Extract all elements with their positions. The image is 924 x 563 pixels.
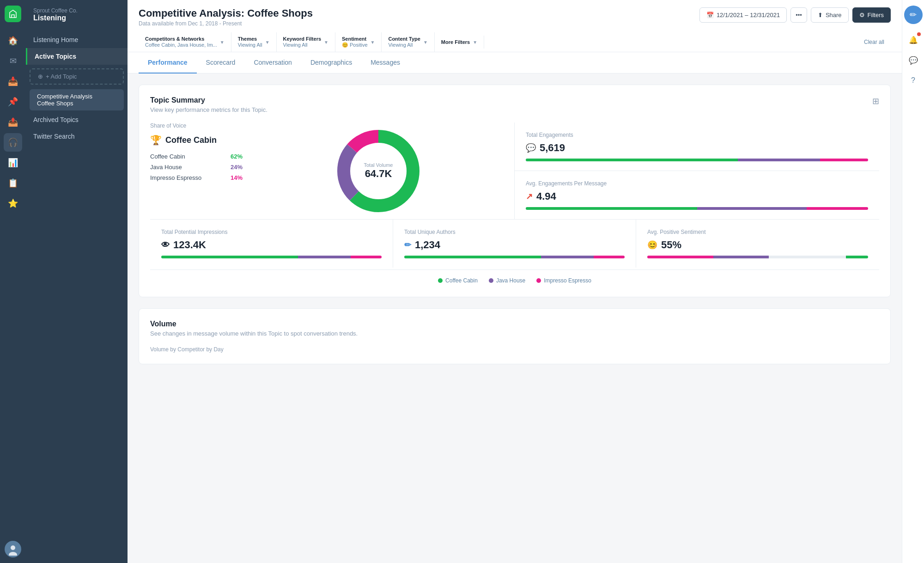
date-range-button[interactable]: 📅 12/1/2021 – 12/31/2021 — [699, 7, 787, 23]
pencil-icon: ✏ — [404, 240, 411, 250]
notifications-icon[interactable]: 🔔 — [905, 31, 922, 48]
stat-sentiment: Avg. Positive Sentiment 😊 55% — [636, 220, 879, 268]
chat-icon: 💬 — [526, 143, 536, 153]
volume-card: Volume See changes in message volume wit… — [139, 308, 891, 364]
tab-bar: Performance Scorecard Conversation Demog… — [128, 52, 902, 73]
app-name: Listening — [33, 14, 120, 22]
trophy-icon: 🏆 — [150, 135, 162, 146]
sidebar-item-twitter-search[interactable]: Twitter Search — [26, 128, 128, 145]
reviews-icon[interactable]: ⭐ — [4, 194, 22, 213]
page-subtitle: Data available from Dec 1, 2018 - Presen… — [139, 20, 313, 27]
topic-summary-card: Topic Summary View key performance metri… — [139, 85, 891, 297]
share-icon: ⬆ — [818, 12, 823, 18]
volume-by-label: Volume by Competitor by Day — [150, 346, 879, 353]
eye-icon: 👁 — [161, 240, 170, 250]
filter-keywords[interactable]: Keyword Filters Viewing All ▼ — [277, 32, 335, 52]
impressions-bar — [161, 256, 382, 258]
add-topic-button[interactable]: ⊕ + Add Topic — [30, 68, 124, 85]
sidebar-item-archived-topics[interactable]: Archived Topics — [26, 111, 128, 128]
chevron-down-icon: ▼ — [423, 40, 428, 45]
sidebar-topic-competitive-analysis[interactable]: Competitive AnalysisCoffee Shops — [30, 89, 124, 110]
volume-title: Volume — [150, 320, 879, 328]
legend-coffee-cabin: Coffee Cabin — [438, 277, 478, 284]
pin-icon[interactable]: 📌 — [4, 92, 22, 111]
filter-icon: ⚙ — [859, 12, 865, 18]
filter-competitors[interactable]: Competitors & Networks Coffee Cabin, Jav… — [139, 32, 231, 52]
filter-themes[interactable]: Themes Viewing All ▼ — [231, 32, 277, 52]
tab-messages[interactable]: Messages — [361, 52, 409, 73]
chart-legend: Coffee Cabin Java House Impresso Espress… — [150, 269, 879, 286]
notification-badge — [917, 32, 921, 36]
tab-demographics[interactable]: Demographics — [301, 52, 361, 73]
page-title: Competitive Analysis: Coffee Shops — [139, 7, 313, 19]
legend-java-house: Java House — [489, 277, 525, 284]
filters-button[interactable]: ⚙ Filters — [852, 7, 891, 23]
summary-left-panel: Share of Voice 🏆 Coffee Cabin Coffee Cab… — [150, 122, 515, 219]
filter-content-type[interactable]: Content Type Viewing All ▼ — [382, 32, 434, 52]
help-icon[interactable]: ? — [905, 72, 922, 89]
more-options-button[interactable]: ••• — [790, 7, 807, 23]
legend-impresso: Impresso Espresso — [536, 277, 591, 284]
metric-avg-engagements: Avg. Engagements Per Message ↗ 4.94 — [515, 171, 879, 219]
send-icon[interactable]: 📤 — [4, 113, 22, 131]
grid-view-icon[interactable]: ⊞ — [872, 96, 879, 106]
listening-icon[interactable]: 🎧 — [4, 133, 22, 152]
right-rail: ✏ 🔔 💬 ? — [902, 0, 924, 563]
avg-engagements-progress-bar — [526, 207, 868, 210]
tasks-icon[interactable]: 📋 — [4, 174, 22, 192]
sidebar-item-listening-home[interactable]: Listening Home — [26, 31, 128, 48]
card-title: Topic Summary — [150, 96, 267, 104]
content-area: Topic Summary View key performance metri… — [128, 73, 902, 563]
filter-more[interactable]: More Filters ▼ — [435, 36, 484, 49]
share-button[interactable]: ⬆ Share — [811, 7, 849, 23]
arrow-up-icon: ↗ — [526, 191, 533, 202]
ellipsis-icon: ••• — [796, 12, 802, 18]
icon-rail: 🏠 ✉ 📥 📌 📤 🎧 📊 📋 ⭐ — [0, 0, 26, 563]
feedback-icon[interactable]: 💬 — [905, 52, 922, 68]
tab-scorecard[interactable]: Scorecard — [197, 52, 245, 73]
plus-icon: ⊕ — [38, 73, 43, 80]
smile-icon: 😊 — [647, 240, 657, 250]
company-name: Sprout Coffee Co. — [33, 7, 120, 14]
chevron-down-icon: ▼ — [324, 40, 328, 45]
sidebar-item-active-topics[interactable]: Active Topics — [26, 48, 128, 65]
share-of-voice-label: Share of Voice — [150, 122, 243, 129]
summary-right-panel: Total Engagements 💬 5,619 Avg. Engagemen — [515, 122, 879, 219]
stat-impressions: Total Potential Impressions 👁 123.4K — [150, 220, 393, 268]
donut-chart-container: Total Volume 64.7K — [254, 122, 503, 219]
svg-point-1 — [11, 545, 15, 550]
tab-performance[interactable]: Performance — [139, 52, 197, 73]
app-logo — [5, 6, 21, 22]
competitor-row-impresso: Impresso Espresso 14% — [150, 174, 243, 181]
create-button[interactable]: ✏ — [904, 6, 923, 24]
chevron-down-icon: ▼ — [473, 40, 477, 45]
header-actions: 📅 12/1/2021 – 12/31/2021 ••• ⬆ Share ⚙ F… — [699, 7, 891, 23]
competitor-row-java-house: Java House 24% — [150, 164, 243, 171]
chevron-down-icon: ▼ — [265, 40, 270, 45]
main-content: Competitive Analysis: Coffee Shops Data … — [128, 0, 902, 563]
brand-section: Sprout Coffee Co. Listening — [26, 7, 128, 31]
engagements-progress-bar — [526, 159, 868, 161]
metric-total-engagements: Total Engagements 💬 5,619 — [515, 122, 879, 171]
winner-section: 🏆 Coffee Cabin — [150, 135, 243, 146]
share-of-voice-section: Share of Voice 🏆 Coffee Cabin Coffee Cab… — [150, 122, 243, 219]
competitor-row-coffee-cabin: Coffee Cabin 62% — [150, 153, 243, 160]
sidebar: Sprout Coffee Co. Listening Listening Ho… — [26, 0, 128, 563]
inbox-icon[interactable]: 📥 — [4, 72, 22, 91]
home-icon[interactable]: 🏠 — [4, 31, 22, 50]
sentiment-bar — [647, 256, 868, 258]
winner-name: Coffee Cabin — [165, 135, 217, 145]
page-header: Competitive Analysis: Coffee Shops Data … — [128, 0, 902, 52]
header-title-section: Competitive Analysis: Coffee Shops Data … — [139, 7, 313, 27]
volume-subtitle: See changes in message volume within thi… — [150, 330, 879, 337]
clear-all-button[interactable]: Clear all — [857, 35, 891, 49]
chevron-down-icon: ▼ — [220, 40, 225, 45]
messages-icon[interactable]: ✉ — [4, 52, 22, 70]
authors-bar — [404, 256, 625, 258]
stats-row: Total Potential Impressions 👁 123.4K Tot… — [150, 219, 879, 268]
stat-authors: Total Unique Authors ✏ 1,234 — [393, 220, 636, 268]
filter-sentiment[interactable]: Sentiment 😊 Positive ▼ — [335, 32, 382, 52]
tab-conversation[interactable]: Conversation — [244, 52, 301, 73]
analytics-icon[interactable]: 📊 — [4, 153, 22, 172]
user-avatar[interactable] — [5, 541, 21, 557]
